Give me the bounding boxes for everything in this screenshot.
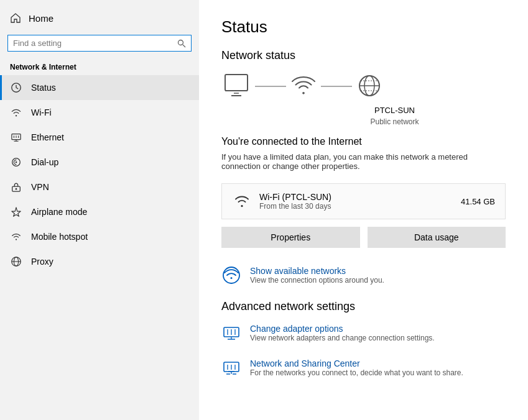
- page-title: Status: [221, 17, 506, 37]
- sidebar-item-hotspot[interactable]: Mobile hotspot: [0, 224, 199, 249]
- connected-desc: If you have a limited data plan, you can…: [221, 152, 483, 171]
- network-name: PTCL-SUN: [284, 106, 506, 115]
- svg-point-10: [16, 162, 17, 163]
- sidebar-item-label: Ethernet: [31, 132, 64, 142]
- vpn-icon: [10, 181, 22, 193]
- proxy-icon: [10, 255, 22, 268]
- show-networks-icon: [221, 265, 241, 285]
- wifi-card-left: Wi-Fi (PTCL-SUN) From the last 30 days: [232, 191, 331, 211]
- home-icon: [10, 12, 21, 24]
- sidebar-item-label: Mobile hotspot: [31, 232, 88, 242]
- adapter-title: Change adapter options: [250, 324, 435, 334]
- svg-rect-16: [225, 75, 248, 91]
- show-networks-info: Show available networks View the connect…: [250, 266, 384, 285]
- sidebar-section-title: Network & Internet: [0, 59, 199, 75]
- svg-point-0: [178, 40, 183, 45]
- show-networks-sub: View the connection options around you.: [250, 276, 384, 285]
- svg-line-1: [183, 45, 185, 47]
- properties-button[interactable]: Properties: [221, 227, 360, 248]
- sharing-icon: [221, 358, 241, 378]
- network-status-title: Network status: [221, 49, 506, 62]
- network-type: Public network: [284, 117, 506, 126]
- home-label: Home: [29, 13, 53, 24]
- network-diagram: [221, 72, 506, 101]
- sidebar-item-label: VPN: [31, 182, 49, 192]
- data-usage-button[interactable]: Data usage: [368, 227, 506, 248]
- sidebar-item-wifi[interactable]: Wi-Fi: [0, 100, 199, 125]
- wifi-data-usage: 41.54 GB: [461, 197, 495, 206]
- sharing-title: Network and Sharing Center: [250, 358, 463, 368]
- dash-line-2: [321, 86, 352, 87]
- wifi-card-sub: From the last 30 days: [259, 202, 331, 211]
- sidebar-item-dialup[interactable]: Dial-up: [0, 150, 199, 175]
- sidebar-item-label: Wi-Fi: [31, 107, 52, 117]
- sidebar-item-airplane[interactable]: Airplane mode: [0, 199, 199, 224]
- wifi-card: Wi-Fi (PTCL-SUN) From the last 30 days 4…: [221, 183, 506, 219]
- status-icon: [10, 81, 22, 94]
- sharing-center-row[interactable]: Network and Sharing Center For the netwo…: [221, 358, 506, 378]
- sidebar-item-label: Airplane mode: [31, 207, 87, 217]
- sharing-sub: For the networks you connect to, decide …: [250, 368, 463, 377]
- wifi-card-name: Wi-Fi (PTCL-SUN): [259, 192, 331, 202]
- sidebar-item-proxy[interactable]: Proxy: [0, 249, 199, 274]
- wifi-diagram-icon: [287, 72, 320, 101]
- wifi-card-info: Wi-Fi (PTCL-SUN) From the last 30 days: [259, 192, 331, 211]
- search-box: [7, 35, 192, 52]
- sidebar: Home Network & Internet Status: [0, 0, 199, 420]
- search-icon: [177, 39, 186, 48]
- computer-icon: [221, 72, 254, 101]
- sidebar-item-label: Proxy: [31, 257, 53, 267]
- sidebar-item-label: Dial-up: [31, 157, 58, 167]
- hotspot-icon: [10, 231, 22, 243]
- adapter-info: Change adapter options View network adap…: [250, 324, 435, 342]
- ethernet-icon: [10, 131, 22, 144]
- connected-heading: You're connected to the Internet: [221, 136, 506, 147]
- adapter-options-row[interactable]: Change adapter options View network adap…: [221, 323, 506, 343]
- show-networks-title: Show available networks: [250, 266, 384, 276]
- sidebar-item-label: Status: [31, 83, 56, 93]
- airplane-icon: [10, 206, 22, 218]
- sidebar-item-ethernet[interactable]: Ethernet: [0, 125, 199, 150]
- svg-point-24: [231, 277, 233, 279]
- adapter-icon: [221, 323, 241, 343]
- advanced-title: Advanced network settings: [221, 300, 506, 313]
- wifi-icon: [10, 106, 22, 119]
- svg-point-12: [16, 188, 17, 190]
- dialup-icon: [10, 156, 22, 168]
- show-networks-row[interactable]: Show available networks View the connect…: [221, 265, 506, 285]
- adapter-sub: View network adapters and change connect…: [250, 334, 435, 342]
- button-row: Properties Data usage: [221, 227, 506, 248]
- globe-icon: [353, 72, 386, 101]
- main-content: Status Network status: [199, 0, 528, 420]
- sharing-info: Network and Sharing Center For the netwo…: [250, 358, 463, 377]
- sidebar-item-vpn[interactable]: VPN: [0, 175, 199, 199]
- search-input[interactable]: [13, 39, 174, 48]
- sidebar-home[interactable]: Home: [0, 6, 199, 30]
- sidebar-item-status[interactable]: Status: [0, 75, 199, 100]
- dash-line-1: [255, 86, 286, 87]
- wifi-card-icon: [232, 191, 252, 211]
